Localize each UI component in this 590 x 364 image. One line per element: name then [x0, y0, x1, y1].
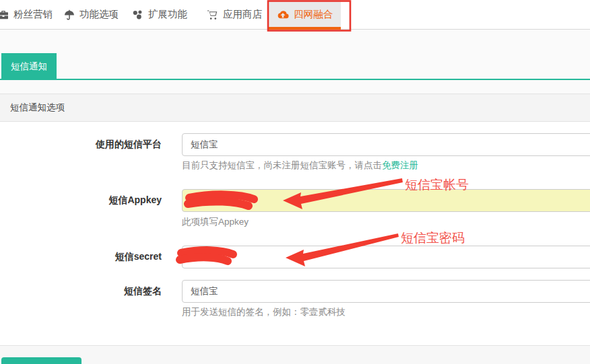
cloud-upload-icon: [277, 9, 289, 20]
teal-divider-line: [0, 79, 590, 80]
panel-title: 短信通知选项: [10, 102, 65, 114]
nav-item-label: 扩展功能: [148, 8, 187, 21]
panel-header: 短信通知选项: [0, 94, 590, 122]
nav-item-label: 四网融合: [294, 8, 333, 21]
free-register-link[interactable]: 免费注册: [382, 160, 418, 170]
nav-item-app-store[interactable]: 应用商店: [207, 0, 262, 29]
appkey-input[interactable]: [182, 189, 590, 212]
signature-help: 用于发送短信的签名，例如：零壹贰科技: [182, 306, 346, 318]
top-navbar: 粉丝营销 功能选项 扩展功能 应用商店 四网融合: [0, 0, 590, 30]
signature-label: 短信签名: [0, 285, 162, 297]
nav-item-four-network-active[interactable]: 四网融合: [269, 0, 341, 29]
nav-item-label: 功能选项: [79, 8, 119, 21]
umbrella-icon: [64, 9, 75, 20]
nav-item-fan-marketing[interactable]: 粉丝营销: [0, 0, 53, 29]
nav-item-feature-options[interactable]: 功能选项: [64, 0, 119, 29]
briefcase-icon: [0, 9, 9, 20]
tab-sms-notice-label: 短信通知: [11, 61, 47, 73]
platform-help-text: 目前只支持短信宝，尚未注册短信宝账号，请点击: [182, 160, 382, 170]
share-circles-icon: [132, 9, 143, 20]
sms-settings-form: 使用的短信平台 目前只支持短信宝，尚未注册短信宝账号，请点击免费注册 短信App…: [0, 122, 590, 345]
appkey-label: 短信Appkey: [0, 194, 162, 207]
nav-item-label: 粉丝营销: [13, 8, 53, 21]
tab-sms-notice[interactable]: 短信通知: [1, 53, 57, 80]
nav-item-extensions[interactable]: 扩展功能: [132, 0, 187, 29]
cart-icon: [207, 9, 218, 20]
nav-item-label: 应用商店: [223, 8, 262, 21]
appkey-help: 此项填写Appkey: [182, 216, 249, 228]
secret-label: 短信secret: [0, 251, 162, 263]
form-footer: [0, 345, 590, 364]
secret-input[interactable]: [182, 246, 590, 268]
platform-label: 使用的短信平台: [0, 139, 162, 151]
submit-button[interactable]: [1, 357, 81, 364]
signature-input[interactable]: [182, 280, 590, 303]
platform-help: 目前只支持短信宝，尚未注册短信宝账号，请点击免费注册: [182, 159, 418, 172]
platform-input[interactable]: [182, 133, 590, 156]
